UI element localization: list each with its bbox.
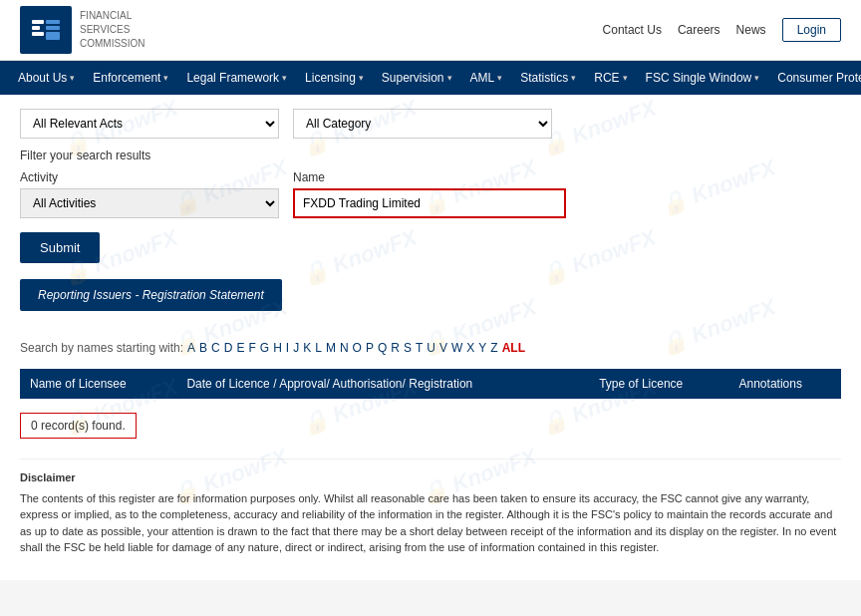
alpha-search-label: Search by names starting with: — [20, 341, 183, 355]
alpha-i[interactable]: I — [286, 341, 289, 355]
alpha-s[interactable]: S — [404, 341, 412, 355]
alpha-c[interactable]: C — [211, 341, 220, 355]
filter-row: All Relevant Acts All Category — [20, 109, 841, 139]
chevron-down-icon: ▾ — [623, 73, 628, 83]
disclaimer-text: The contents of this register are for in… — [20, 490, 841, 556]
alpha-z[interactable]: Z — [490, 341, 497, 355]
nav-supervision[interactable]: Supervision ▾ — [374, 61, 460, 95]
col-type: Type of Licence — [589, 369, 728, 399]
col-annotations: Annotations — [729, 369, 841, 399]
alpha-p[interactable]: P — [366, 341, 374, 355]
activity-group: Activity All Activities — [20, 170, 279, 218]
nav-consumer-protection[interactable]: Consumer Protection ▾ — [769, 61, 861, 95]
chevron-down-icon: ▾ — [359, 73, 364, 83]
nav-statistics[interactable]: Statistics ▾ — [512, 61, 584, 95]
alpha-d[interactable]: D — [224, 341, 233, 355]
activity-label: Activity — [20, 170, 279, 184]
main-content: 🔒 KnowFX 🔒 KnowFX 🔒 KnowFX 🔒 KnowFX 🔒 Kn… — [0, 95, 861, 580]
alpha-e[interactable]: E — [236, 341, 244, 355]
nav-rce[interactable]: RCE ▾ — [586, 61, 635, 95]
alpha-r[interactable]: R — [391, 341, 400, 355]
alpha-k[interactable]: K — [303, 341, 311, 355]
alpha-u[interactable]: U — [427, 341, 435, 355]
category-select[interactable]: All Category — [293, 109, 552, 139]
no-records-message: 0 record(s) found. — [20, 413, 137, 439]
report-row: Reporting Issuers - Registration Stateme… — [20, 279, 841, 331]
alpha-l[interactable]: L — [315, 341, 322, 355]
nav-licensing[interactable]: Licensing ▾ — [297, 61, 372, 95]
alpha-j[interactable]: J — [293, 341, 299, 355]
nav-legal-framework[interactable]: Legal Framework ▾ — [178, 61, 295, 95]
name-input-wrapper — [293, 188, 566, 218]
alpha-h[interactable]: H — [273, 341, 282, 355]
chevron-down-icon: ▾ — [497, 73, 502, 83]
chevron-down-icon: ▾ — [70, 73, 75, 83]
col-name: Name of Licensee — [20, 369, 176, 399]
svg-rect-3 — [32, 32, 44, 36]
chevron-down-icon: ▾ — [447, 73, 452, 83]
logo-icon — [20, 6, 72, 54]
alpha-m[interactable]: M — [326, 341, 336, 355]
alpha-g[interactable]: G — [260, 341, 269, 355]
top-header: FINANCIALSERVICESCOMMISSION Contact Us C… — [0, 0, 861, 61]
logo-area: FINANCIALSERVICESCOMMISSION — [20, 6, 145, 54]
alpha-b[interactable]: B — [199, 341, 207, 355]
nav-fsc-single-window[interactable]: FSC Single Window ▾ — [638, 61, 768, 95]
alpha-w[interactable]: W — [451, 341, 462, 355]
alpha-t[interactable]: T — [416, 341, 423, 355]
nav-about-us[interactable]: About Us ▾ — [10, 61, 83, 95]
relevant-acts-select[interactable]: All Relevant Acts — [20, 109, 279, 139]
contact-us-link[interactable]: Contact Us — [603, 23, 662, 37]
alpha-all[interactable]: ALL — [502, 341, 525, 355]
alpha-n[interactable]: N — [340, 341, 349, 355]
chevron-down-icon: ▾ — [571, 73, 576, 83]
name-group: Name — [293, 170, 566, 218]
alpha-a[interactable]: A — [187, 341, 195, 355]
login-button[interactable]: Login — [782, 18, 841, 42]
svg-rect-4 — [46, 20, 60, 24]
svg-rect-2 — [32, 26, 40, 30]
svg-rect-1 — [32, 20, 44, 24]
alpha-v[interactable]: V — [439, 341, 447, 355]
alpha-search: Search by names starting with: A B C D E… — [20, 341, 841, 355]
nav-enforcement[interactable]: Enforcement ▾ — [85, 61, 176, 95]
careers-link[interactable]: Careers — [678, 23, 720, 37]
svg-rect-5 — [46, 26, 60, 30]
nav-aml[interactable]: AML ▾ — [462, 61, 511, 95]
col-date: Date of Licence / Approval/ Authorisatio… — [176, 369, 589, 399]
form-row: Activity All Activities Name — [20, 170, 841, 218]
svg-rect-6 — [46, 32, 60, 40]
news-link[interactable]: News — [736, 23, 766, 37]
filter-label: Filter your search results — [20, 149, 841, 162]
activity-select[interactable]: All Activities — [20, 188, 279, 218]
report-button[interactable]: Reporting Issuers - Registration Stateme… — [20, 279, 282, 311]
alpha-o[interactable]: O — [353, 341, 362, 355]
name-label: Name — [293, 170, 566, 184]
alpha-f[interactable]: F — [248, 341, 255, 355]
logo-text: FINANCIALSERVICESCOMMISSION — [80, 9, 145, 51]
disclaimer-title: Disclaimer — [20, 469, 841, 486]
alpha-y[interactable]: Y — [478, 341, 486, 355]
chevron-down-icon: ▾ — [163, 73, 168, 83]
name-input[interactable] — [295, 190, 564, 216]
main-navigation: About Us ▾ Enforcement ▾ Legal Framework… — [0, 61, 861, 95]
alpha-x[interactable]: X — [466, 341, 474, 355]
alpha-q[interactable]: Q — [378, 341, 387, 355]
submit-button[interactable]: Submit — [20, 232, 100, 263]
disclaimer-section: Disclaimer The contents of this register… — [20, 459, 841, 566]
chevron-down-icon: ▾ — [754, 73, 759, 83]
top-nav: Contact Us Careers News Login — [603, 18, 841, 42]
results-table: Name of Licensee Date of Licence / Appro… — [20, 369, 841, 399]
chevron-down-icon: ▾ — [282, 73, 287, 83]
